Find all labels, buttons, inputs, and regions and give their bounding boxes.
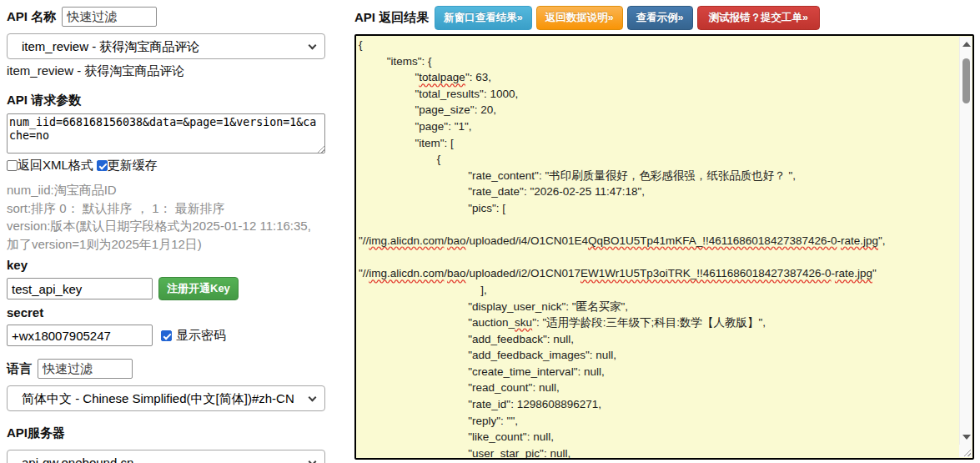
result-title: API 返回结果 — [354, 10, 429, 26]
scrollbar-thumb[interactable] — [962, 58, 970, 103]
secret-input[interactable] — [7, 325, 153, 346]
show-password-checkbox[interactable] — [161, 330, 172, 341]
param-help-line: num_iid:淘宝商品ID — [7, 181, 325, 199]
result-json[interactable]: { "items": { "totalpage": 63, "total_res… — [356, 36, 972, 460]
params-textarea[interactable] — [7, 113, 325, 153]
view-example-button[interactable]: 查看示例» — [627, 6, 693, 30]
resize-grip-icon[interactable] — [961, 446, 971, 456]
refresh-cache-label: 更新缓存 — [108, 158, 158, 174]
language-label: 语言 — [7, 361, 32, 377]
secret-label: secret — [7, 305, 325, 320]
report-issue-button[interactable]: 测试报错？提交工单» — [697, 6, 820, 30]
scroll-down-icon[interactable] — [962, 435, 971, 440]
refresh-cache-checkbox[interactable] — [97, 160, 108, 171]
result-output[interactable]: { "items": { "totalpage": 63, "total_res… — [354, 34, 974, 460]
api-selected-text: item_review - 获得淘宝商品评论 — [7, 63, 325, 79]
language-select[interactable]: 简体中文 - Chinese Simplified(中文[简体])#zh-CN — [7, 385, 325, 411]
data-docs-button[interactable]: 返回数据说明» — [536, 6, 623, 30]
api-select-value: item_review - 获得淘宝商品评论 — [22, 39, 199, 53]
key-input[interactable] — [7, 278, 153, 299]
page: API 名称 item_review - 获得淘宝商品评论 item_revie… — [0, 0, 980, 463]
server-select-value: api-gw.onebound.cn — [22, 455, 133, 463]
server-select[interactable]: api-gw.onebound.cn — [7, 450, 325, 463]
request-panel: API 名称 item_review - 获得淘宝商品评论 item_revie… — [7, 5, 325, 463]
register-key-button[interactable]: 注册开通Key — [158, 277, 239, 300]
show-password-label: 显示密码 — [176, 328, 226, 344]
xml-format-checkbox[interactable] — [7, 160, 18, 171]
chevron-down-icon — [309, 394, 317, 402]
language-select-value: 简体中文 - Chinese Simplified(中文[简体])#zh-CN — [22, 391, 294, 405]
open-in-new-window-button[interactable]: 新窗口查看结果» — [435, 6, 531, 30]
result-panel: API 返回结果 新窗口查看结果» 返回数据说明» 查看示例» 测试报错？提交工… — [354, 5, 974, 463]
scroll-up-icon[interactable] — [962, 42, 971, 47]
language-filter-input[interactable] — [38, 359, 133, 379]
chevron-down-icon — [309, 458, 317, 463]
api-name-label: API 名称 — [7, 9, 56, 25]
resize-corner[interactable] — [959, 445, 972, 457]
api-name-filter-input[interactable] — [62, 7, 157, 27]
chevron-down-icon — [309, 42, 317, 50]
param-help-line: version:版本(默认日期字段格式为2025-01-12 11:16:35,… — [7, 217, 325, 253]
api-select[interactable]: item_review - 获得淘宝商品评论 — [7, 33, 325, 59]
param-help: num_iid:淘宝商品ID sort:排序 0： 默认排序 ， 1： 最新排序… — [7, 181, 325, 253]
server-label: API服务器 — [7, 425, 325, 441]
xml-format-label: 返回XML格式 — [18, 158, 93, 174]
scrollbar[interactable] — [959, 37, 972, 445]
key-label: key — [7, 258, 325, 272]
params-heading: API 请求参数 — [7, 93, 325, 108]
param-help-line: sort:排序 0： 默认排序 ， 1： 最新排序 — [7, 199, 325, 218]
